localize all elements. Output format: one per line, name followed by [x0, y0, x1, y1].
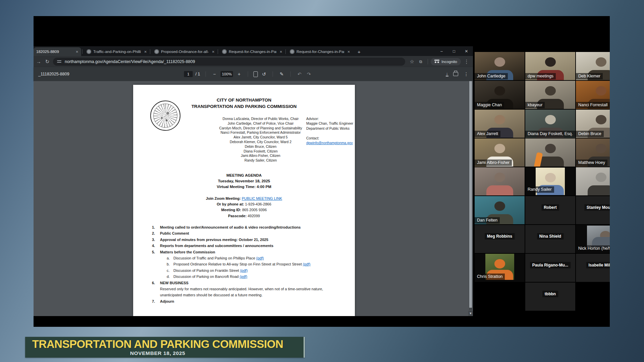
- minimize-button[interactable]: –: [435, 49, 448, 54]
- maximize-button[interactable]: □: [448, 49, 460, 54]
- pdf-menu-icon[interactable]: ⋮: [463, 71, 470, 77]
- agenda-subitem: c.Discussion of Parking on Franklin Stre…: [152, 267, 340, 274]
- tab-close-icon[interactable]: ✕: [278, 50, 282, 54]
- download-icon[interactable]: ↓: [446, 72, 449, 76]
- pdf-attachment-link[interactable]: (pdf): [303, 262, 311, 266]
- contact-email-link[interactable]: dpwinfo@northamptonma.gov: [306, 141, 353, 145]
- new-tab-button[interactable]: +: [355, 47, 364, 56]
- print-icon[interactable]: [453, 72, 458, 76]
- participant-name-label: Meg Robbins: [485, 233, 515, 239]
- participant-tile[interactable]: dpw meetings: [525, 52, 575, 80]
- tab-close-icon[interactable]: ✕: [211, 50, 215, 54]
- agenda-date: Tuesday, November 18, 2025: [133, 178, 355, 184]
- participant-tile[interactable]: John Cartledge: [475, 52, 525, 80]
- tab-divider: [285, 49, 286, 54]
- participant-tile[interactable]: Dan Felten: [475, 196, 525, 224]
- page-number-input[interactable]: 1: [184, 71, 193, 77]
- agenda-subitem-text: Discussion of Parking on Bancroft Road (…: [173, 274, 247, 280]
- person-head: [494, 86, 505, 96]
- participant-tile[interactable]: tbbbn: [525, 283, 575, 311]
- pdf-attachment-link[interactable]: (pdf): [240, 268, 248, 273]
- participant-video: [475, 167, 525, 195]
- browser-tab[interactable]: Traffic-and-Parking-on-Phillips✕: [84, 47, 150, 56]
- doc-title-line1: CITY OF NORTHAMPTON: [133, 97, 355, 103]
- participant-tile[interactable]: Diana Day Foskett, Esq.: [525, 110, 575, 138]
- participant-video: [576, 167, 610, 195]
- close-button[interactable]: ✕: [460, 49, 473, 54]
- rotate-icon[interactable]: ↺: [261, 71, 267, 77]
- person-head: [596, 86, 606, 96]
- agenda-item-text: Matters before the Commission: [160, 249, 215, 255]
- address-bar[interactable]: northamptonma.gov/AgendaCenter/ViewFile/…: [53, 58, 405, 66]
- url-text: northamptonma.gov/AgendaCenter/ViewFile/…: [65, 59, 195, 64]
- agenda-item-text: Reports from departments and subcommitte…: [160, 243, 273, 249]
- browser-tab[interactable]: 182025-8809✕: [34, 47, 81, 56]
- site-info-icon[interactable]: [57, 60, 62, 63]
- annotate-pen-icon[interactable]: ✎: [278, 71, 285, 77]
- browser-menu-icon[interactable]: ⋮: [462, 59, 471, 65]
- undo-icon[interactable]: ↶: [296, 71, 303, 77]
- public-meeting-link[interactable]: PUBLIC MEETING LINK: [242, 196, 282, 200]
- participant-tile[interactable]: [525, 138, 575, 167]
- zoom-in-button[interactable]: +: [236, 71, 243, 77]
- browser-tab[interactable]: Request-for-Changes-in-Parkin✕: [219, 47, 285, 56]
- zoom-level[interactable]: 100%: [220, 71, 233, 77]
- scroll-down-arrow[interactable]: ▼: [468, 311, 473, 316]
- participant-tile[interactable]: Matthew Hoey: [576, 138, 610, 167]
- participant-tile[interactable]: kbayeur: [525, 81, 575, 109]
- agenda-title: MEETING AGENDA: [133, 173, 355, 178]
- browser-tab[interactable]: Request-for-Changes-in-Parkin✕: [287, 47, 353, 56]
- participant-tile[interactable]: Jami Albro-Fisher: [475, 138, 525, 167]
- tab-favicon-icon: [290, 49, 294, 54]
- participant-tile[interactable]: Nanci Forrestall: [576, 81, 610, 109]
- agenda-item: 1.Meeting called to order/Announcement o…: [152, 224, 340, 230]
- participant-tile[interactable]: [576, 167, 610, 195]
- person-head: [596, 173, 606, 182]
- person-head: [494, 259, 505, 268]
- screen: – □ ✕ 182025-8809✕Traffic-and-Parking-on…: [0, 0, 644, 362]
- agenda-item-number: 4.: [152, 243, 160, 249]
- fit-page-icon[interactable]: [254, 71, 258, 77]
- participant-tile[interactable]: Nina Shield: [525, 225, 575, 253]
- pdf-attachment-link[interactable]: (pdf): [256, 256, 264, 260]
- forward-icon[interactable]: →: [34, 59, 43, 64]
- tab-close-icon[interactable]: ✕: [346, 50, 350, 54]
- pdf-viewer[interactable]: CITY OF NORTHAMPTON TRANSPORTATION AND P…: [34, 81, 473, 316]
- pdf-attachment-link[interactable]: (pdf): [240, 275, 248, 279]
- agenda-subitem-text: Discussion of Traffic and Parking on Phi…: [173, 255, 264, 261]
- participant-tile[interactable]: Deb Klemer: [576, 52, 610, 80]
- participant-tile[interactable]: Chris Stratton: [475, 254, 525, 282]
- browser-tab[interactable]: Proposed-Ordinance-for-all-w✕: [152, 47, 217, 56]
- tab-divider: [218, 49, 218, 54]
- incognito-spy-icon: [434, 60, 439, 64]
- participant-tile[interactable]: Isabelle Mille: [576, 254, 610, 282]
- participant-tile[interactable]: Maggie Chan: [475, 81, 525, 109]
- scrollbar[interactable]: [469, 81, 472, 310]
- tab-close-icon[interactable]: ✕: [143, 50, 147, 54]
- member-line: Randy Sailer, Citizen: [187, 158, 334, 163]
- participant-tile[interactable]: Debin Bruce: [576, 110, 610, 138]
- reload-icon[interactable]: ↻: [43, 59, 52, 65]
- participant-tile[interactable]: Robert: [525, 196, 575, 224]
- bookmark-star-icon[interactable]: ☆: [408, 59, 416, 65]
- scrollbar-thumb[interactable]: [469, 81, 472, 308]
- agenda-item: 7.Adjourn: [152, 298, 340, 304]
- agenda-item: 6.NEW BUSINESS: [152, 280, 340, 286]
- tab-share-icon[interactable]: ⧉: [416, 59, 425, 64]
- redo-icon[interactable]: ↷: [306, 71, 312, 77]
- participant-tile[interactable]: Alex Jarrett: [475, 110, 525, 138]
- agenda-items-list: 1.Meeting called to order/Announcement o…: [152, 224, 340, 304]
- zoom-out-button[interactable]: −: [211, 71, 218, 77]
- person-head: [545, 144, 556, 153]
- tab-close-icon[interactable]: ✕: [74, 50, 78, 54]
- agenda-item-text: Meeting called to order/Announcement of …: [160, 224, 301, 230]
- participant-tile[interactable]: Stanley Moulto: [576, 196, 610, 224]
- advisor-line: Department of Public Works: [306, 126, 353, 131]
- participant-tile[interactable]: Paula Rigano-Mu...: [525, 254, 575, 282]
- participant-tile[interactable]: Meg Robbins: [475, 225, 525, 253]
- participant-tile[interactable]: [475, 167, 525, 195]
- agenda-subitem: d.Discussion of Parking on Bancroft Road…: [152, 274, 340, 280]
- participant-tile[interactable]: Randy Sailer: [525, 167, 575, 195]
- participant-tile[interactable]: Nick Horton (he/h: [576, 225, 610, 253]
- participant-name-label: Deb Klemer: [576, 73, 603, 79]
